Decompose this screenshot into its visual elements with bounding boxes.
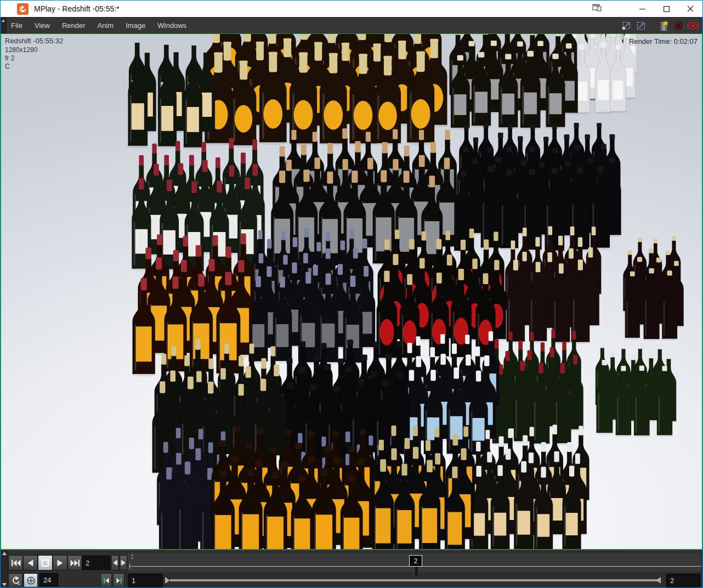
timeline-start-label: 1 [131,553,134,560]
range-slider-left-arrow[interactable] [165,577,170,584]
thumbnail-window-icon[interactable] [592,4,602,14]
timeline[interactable]: 1 2 [128,553,701,572]
step-back-button[interactable] [111,555,119,570]
overlay-plane: C [5,63,10,71]
loop-mode-button[interactable] [8,573,22,587]
menu-windows[interactable]: Windows [151,18,192,34]
jump-to-start-button[interactable] [8,555,23,570]
mplay-logo-icon [17,3,29,15]
mplay-window: MPlay - Redshift -05:55:* File View Rend… [0,0,703,588]
new-sequence-icon[interactable] [657,20,670,32]
maximize-button[interactable] [654,1,678,17]
titlebar: MPlay - Redshift -05:55:* [1,1,702,17]
playhead-tick[interactable] [415,567,418,576]
range-end-input[interactable] [666,574,700,587]
playbar-resize-strip[interactable] [1,550,8,588]
step-forward-button[interactable] [120,555,127,570]
menubar: File View Render Anim Image Windows [1,17,702,33]
render-viewport[interactable]: Redshift -05:55:32 1280x1280 fr 2 C Rend… [1,33,702,550]
menu-anim[interactable]: Anim [92,18,120,34]
delete-render-icon [672,20,684,32]
jump-to-end-button[interactable] [67,555,82,570]
fit-image-to-window-icon[interactable] [635,20,647,32]
menu-render[interactable]: Render [56,18,92,34]
menubar-handle[interactable] [1,18,7,34]
window-title: MPlay - Redshift -05:55:* [34,4,120,13]
collapse-down-icon[interactable] [2,583,7,586]
overlay-frame: fr 2 [5,54,14,63]
play-forward-button[interactable] [53,555,67,570]
rendered-image-bottles [1,34,702,549]
stop-render-icon[interactable] [687,20,699,32]
go-range-start-button[interactable] [100,573,112,587]
collapse-up-icon[interactable] [2,552,7,555]
range-start-input[interactable] [128,574,163,587]
fit-window-to-image-icon[interactable] [620,20,632,32]
menu-file[interactable]: File [7,18,29,34]
timeline-start-tick [129,564,130,569]
fps-input[interactable] [39,573,58,586]
overlay-resolution: 1280x1280 [5,46,37,54]
overlay-render-time: Render Time: 0:02:07 [629,37,698,46]
menu-view[interactable]: View [29,18,56,34]
range-slider-bar[interactable] [170,579,661,581]
go-range-end-button[interactable] [113,573,124,587]
stop-button[interactable] [38,555,53,570]
playhead-marker[interactable]: 2 [409,555,422,567]
realtime-toggle-button[interactable] [24,573,38,587]
minimize-button[interactable] [630,1,654,17]
overlay-renderer-label: Redshift -05:55:32 [5,37,63,45]
current-frame-input[interactable] [82,556,110,570]
close-button[interactable] [678,1,702,17]
play-reverse-button[interactable] [23,555,38,570]
menu-image[interactable]: Image [120,18,151,34]
playbar: 1 2 [1,550,702,587]
range-slider-right-arrow[interactable] [656,577,661,584]
